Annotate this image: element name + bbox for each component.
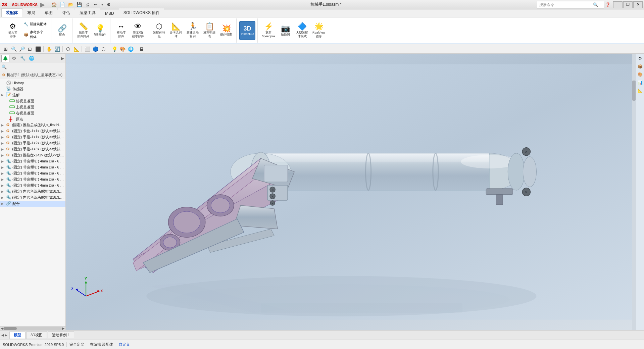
zoom-win-btn[interactable]: ⬛ [34, 45, 42, 53]
tree-item-hex2[interactable]: ▶ 🔩 (固定) 内六角沉头螺钉(B18.3.5M - [0, 195, 65, 201]
tree-item-finger3[interactable]: ▶ ⚙ (固定) 手指-1<3> (默认<<默认>_3 [0, 146, 65, 152]
custom-status[interactable]: 自定义 [119, 342, 130, 347]
insert-icon: ⚙ [9, 23, 16, 30]
tree-item-origin[interactable]: ╋ 原点 [0, 116, 65, 122]
minimize-btn[interactable]: ─ [613, 1, 623, 8]
shaded-edges-btn[interactable]: ⬡ [100, 45, 107, 53]
home-btn[interactable]: 🏠 [50, 1, 58, 8]
options-btn[interactable]: ⚙ [105, 1, 112, 8]
tree-item-push-asm[interactable]: ▶ ⚙ (固定) 推拉总成(默认<_flexible1)<1 [0, 122, 65, 128]
filter-icon[interactable]: 🔍 [1, 64, 7, 69]
tab-layout[interactable]: 布局 [23, 8, 40, 17]
display-pane-btn[interactable]: ⚙ [637, 55, 644, 62]
tab-appearances[interactable]: 🌐 [28, 55, 36, 62]
new-motion-btn[interactable]: 🏃 新建运动算例 [185, 21, 201, 40]
tree-item-bolt2[interactable]: ▶ 🔩 (固定) 带肩螺钉( 4mm Dia - 6 Sh [0, 164, 65, 170]
nav-left[interactable]: ◀ [1, 333, 4, 337]
dimension-btn[interactable]: 📐 [637, 87, 644, 94]
tree-item-bolt1[interactable]: ▶ 🔩 (固定) 带肩螺钉( 4mm Dia - 6 Sh [0, 158, 65, 164]
dynamic-section-btn[interactable]: 📐 [72, 45, 80, 53]
new-assembly-btn[interactable]: 🔧新建装配体 [21, 20, 49, 28]
wireframe-btn[interactable]: ⬜ [84, 45, 91, 53]
tree-item-finger2[interactable]: ▶ ⚙ (固定) 手指-1<2> (默认<<默认>_3 [0, 140, 65, 146]
tree-item-hex1[interactable]: ▶ 🔩 (固定) 内六角沉头螺钉(B18.3.5M - [0, 189, 65, 195]
tab-drawing[interactable]: 单图 [40, 8, 57, 17]
view-orient-btn[interactable]: ⊞ [2, 45, 9, 53]
help-btn[interactable]: ❓ [605, 2, 610, 7]
shaded-btn[interactable]: 🔵 [92, 45, 99, 53]
rotate-btn[interactable]: 🔄 [53, 45, 61, 53]
collapse-panel-btn[interactable]: ▶ [61, 56, 64, 61]
tree-item-top-plane[interactable]: 上视基准面 [0, 104, 65, 110]
tree-item-history[interactable]: History [0, 80, 65, 86]
tree-item-right-plane[interactable]: 右视基准面 [0, 110, 65, 116]
pan-btn[interactable]: ✋ [45, 45, 53, 53]
tab-evaluate[interactable]: 评估 [58, 8, 75, 17]
save-btn[interactable]: 💾 [76, 1, 83, 8]
smart-fasteners-btn[interactable]: 💡 智能扣件 [92, 21, 108, 40]
close-btn[interactable]: ✕ [633, 1, 643, 8]
bom-btn[interactable]: 📋 材料明细表 [201, 21, 217, 40]
scene-btn-right[interactable]: 📊 [637, 79, 644, 86]
multiple-parts-btn[interactable]: 📦参考多个何体 [21, 29, 49, 41]
tree-item-finger1[interactable]: ▶ ⚙ (固定) 手指-1<1> (默认<<默认>_3 [0, 134, 65, 140]
tree-item-chuck[interactable]: ▶ ⚙ (固定) 卡盘-1<1> (默认<<默认>_3 [0, 128, 65, 134]
open-btn[interactable]: 📂 [67, 1, 75, 8]
tree-item-annot[interactable]: ▶ 📝 注解 [0, 92, 65, 98]
tree-item-bolt5[interactable]: ▶ 🔩 (固定) 带肩螺钉( 4mm Dia - 6 Sh [0, 183, 65, 189]
tab-feature-tree[interactable]: 🌲 [1, 55, 9, 62]
tree-item-front-plane[interactable]: 前视基准面 [0, 98, 65, 104]
insert-component-btn[interactable]: ⚙ 插入零部件 [5, 21, 21, 40]
tab-properties[interactable]: ⚙ [10, 55, 18, 62]
mate-btn[interactable]: 🔗 配合 [54, 21, 70, 40]
speedpak-btn[interactable]: ⚡ 更新Speedpak [260, 21, 277, 40]
explode-btn[interactable]: 💥 爆炸视图 [218, 21, 234, 40]
tab-3dview[interactable]: 3D视图 [26, 331, 47, 339]
tab-model[interactable]: 模型 [9, 331, 26, 339]
new-btn[interactable]: 📄 [59, 1, 66, 8]
expand-annot[interactable]: ▶ [1, 93, 6, 97]
tree-hscrollbar[interactable]: ◀ ▶ [0, 326, 65, 330]
show-hide-btn[interactable]: 👁 显示/隐藏零部件 [130, 21, 146, 40]
tree-item-push-disk[interactable]: ▶ ⚙ (固定) 推拉盘-1<1> (默认<<默认> [0, 152, 65, 158]
color-btn[interactable]: 🎨 [637, 71, 644, 78]
zoom-fit-btn[interactable]: ⊡ [26, 45, 34, 53]
tab-config[interactable]: 🔧 [19, 55, 27, 62]
large-asm-btn[interactable]: 🔷 大型装配体模式 [294, 21, 310, 40]
render-tools-btn[interactable]: 📦 [637, 63, 644, 70]
nav-right[interactable]: ▶ [5, 333, 7, 337]
lights-btn[interactable]: 💡 [111, 45, 118, 53]
tab-render[interactable]: 渲染工具 [75, 8, 100, 17]
section-view-btn[interactable]: ⬡ [64, 45, 72, 53]
appearance-btn[interactable]: 🎨 [119, 45, 126, 53]
view-normal-btn[interactable]: 🔍 [10, 45, 17, 53]
display-settings-btn[interactable]: 🖥 [138, 45, 145, 53]
snapshot-btn[interactable]: 📷 拍快照 [277, 21, 293, 40]
assembly-feature-btn[interactable]: ⬡ 装配体特征 [151, 21, 167, 40]
undo-btn[interactable]: ↩ [92, 1, 100, 8]
viewport-vscrollbar[interactable] [632, 54, 636, 330]
tree-item-sensor[interactable]: 📡 传感器 [0, 86, 65, 92]
print-btn[interactable]: 🖨 [84, 1, 91, 8]
tab-mbd[interactable]: MBD [101, 9, 118, 17]
tree-item-mate[interactable]: ▶ 🔗 配合 [0, 201, 65, 207]
zoom-select-btn[interactable]: 🔎 [18, 45, 26, 53]
model-viewport[interactable]: ✕ ✕ ✕ [66, 54, 644, 330]
tree-item-bolt3[interactable]: ▶ 🔩 (固定) 带肩螺钉( 4mm Dia - 6 Sh [0, 170, 65, 177]
instant3d-btn[interactable]: 3D Instant3D [239, 21, 255, 40]
bolt2-label: (固定) 带肩螺钉( 4mm Dia - 6 Sh [12, 165, 64, 170]
tree-item-bolt4[interactable]: ▶ 🔩 (固定) 带肩螺钉( 4mm Dia - 6 Sh [0, 177, 65, 183]
svg-text:✕: ✕ [271, 202, 274, 205]
restore-btn[interactable]: ❐ [623, 1, 633, 8]
tab-assembly[interactable]: 装配体 [1, 8, 22, 17]
vscroll-thumb[interactable] [632, 81, 636, 101]
hscroll-thumb[interactable] [3, 327, 17, 330]
linear-array-btn[interactable]: 📏 线性零部件阵列 [75, 21, 91, 40]
ref-geometry-btn[interactable]: 📐 参考几何体 [168, 21, 184, 40]
scene-btn[interactable]: 🌐 [127, 45, 134, 53]
search-input[interactable] [539, 3, 593, 7]
move-component-btn[interactable]: ↔ 移动零部件 [113, 21, 129, 40]
tab-motion1[interactable]: 运动算例 1 [48, 331, 74, 339]
tab-plugins[interactable]: SOLIDWORKS 插件 [119, 8, 164, 17]
realview-btn[interactable]: 🌟 RealView图形 [311, 21, 327, 40]
